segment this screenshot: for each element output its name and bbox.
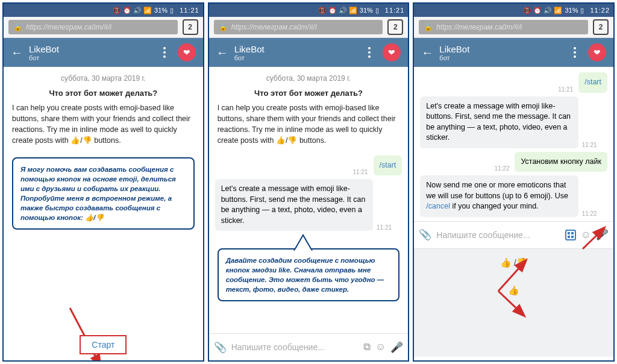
url-bar: 🔒 https://телеграм.сайт/#/i 2 xyxy=(209,17,409,38)
menu-icon[interactable] xyxy=(161,45,168,60)
chat-header: ← LikeBot бот ❤ xyxy=(4,38,203,67)
attach-icon[interactable]: 📎 xyxy=(214,341,227,354)
back-icon[interactable]: ← xyxy=(216,46,228,60)
emoji-option-2[interactable]: 👍 xyxy=(414,277,613,304)
battery-pct: 31% xyxy=(360,7,373,14)
chat-body: суббота, 30 марта 2019 г. Что этот бот м… xyxy=(209,67,409,333)
tab-count[interactable]: 2 xyxy=(593,19,609,35)
msg-time: 11:21 xyxy=(353,169,370,175)
lock-icon: 🔒 xyxy=(13,23,22,31)
msg-start[interactable]: /start xyxy=(578,72,607,93)
chat-name: LikeBot xyxy=(234,44,360,54)
status-bar: 📵 ⏰ 🔊 📶 31% ▯ 11:21 xyxy=(4,4,203,17)
status-icons: 📵 ⏰ 🔊 📶 xyxy=(523,7,562,14)
lock-icon: 🔒 xyxy=(424,23,433,31)
chat-body: 11:21 /start Let's create a message with… xyxy=(414,67,613,360)
msg-time: 11:22 xyxy=(582,210,599,217)
message-input[interactable]: Напишите сообщение... xyxy=(436,230,560,240)
battery-pct: 31% xyxy=(565,7,578,14)
tab-count[interactable]: 2 xyxy=(387,19,403,35)
expand-icon[interactable]: ⧉ xyxy=(363,341,371,353)
url-text: https://телеграм.сайт/#/i xyxy=(26,23,111,31)
back-icon[interactable]: ← xyxy=(11,46,23,60)
intro-text: I can help you create posts with emoji-b… xyxy=(4,102,203,154)
chat-header: ← LikeBot бот ❤ xyxy=(414,38,613,67)
chat-header: ← LikeBot бот ❤ xyxy=(209,38,409,67)
url-input[interactable]: 🔒 https://телеграм.сайт/#/i xyxy=(214,20,383,34)
reply-keyboard: 👍 /👎 👍 xyxy=(414,249,613,357)
msg-emoticons[interactable]: Now send me one or more emoticons that w… xyxy=(420,175,578,217)
battery-icon: ▯ xyxy=(170,7,174,14)
msg-user-text[interactable]: Установим кнопку лайк xyxy=(515,152,607,172)
emoji-option-1[interactable]: 👍 /👎 xyxy=(414,249,613,277)
menu-icon[interactable] xyxy=(366,45,373,60)
url-input[interactable]: 🔒 https://телеграм.сайт/#/i xyxy=(8,20,178,34)
heart-button[interactable]: ❤ xyxy=(178,43,196,61)
message-input-bar: 📎 Напишите сообщение... ☺ 🎤 xyxy=(414,221,613,249)
clock: 11:21 xyxy=(180,7,199,14)
date-separator: суббота, 30 марта 2019 г. xyxy=(209,71,409,86)
msg-create[interactable]: Let's create a message with emoji like-b… xyxy=(420,96,578,148)
keyboard-grid-icon[interactable] xyxy=(565,230,576,240)
translation-callout: Давайте создадим сообщение с помощью кно… xyxy=(218,248,400,301)
date-separator: суббота, 30 марта 2019 г. xyxy=(4,71,203,86)
phone-screen-3: 📵 ⏰ 🔊 📶 31% ▯ 11:22 🔒 https://телеграм.с… xyxy=(413,2,615,362)
heart-button[interactable]: ❤ xyxy=(383,43,401,61)
clock: 11:22 xyxy=(590,7,610,14)
status-bar: 📵 ⏰ 🔊 📶 31% ▯ 11:21 xyxy=(209,4,409,17)
chat-title-block[interactable]: LikeBot бот xyxy=(29,44,155,61)
start-button[interactable]: Старт xyxy=(80,335,127,354)
lock-icon: 🔒 xyxy=(219,23,228,31)
url-bar: 🔒 https://телеграм.сайт/#/i 2 xyxy=(414,17,613,38)
chat-name: LikeBot xyxy=(439,44,565,54)
mic-icon[interactable]: 🎤 xyxy=(390,341,403,354)
chat-title-block[interactable]: LikeBot бот xyxy=(439,44,565,61)
tab-count[interactable]: 2 xyxy=(183,19,198,35)
url-text: https://телеграм.сайт/#/i xyxy=(436,23,522,31)
callout-tail-icon xyxy=(291,234,315,251)
url-text: https://телеграм.сайт/#/i xyxy=(231,23,317,31)
menu-icon[interactable] xyxy=(571,45,578,60)
back-icon[interactable]: ← xyxy=(421,46,433,60)
chat-subtitle: бот xyxy=(234,54,360,61)
msg-create[interactable]: Let's create a message with emoji like-b… xyxy=(215,179,373,231)
heart-button[interactable]: ❤ xyxy=(588,43,606,61)
phone-screen-2: 📵 ⏰ 🔊 📶 31% ▯ 11:21 🔒 https://телеграм.с… xyxy=(208,2,410,362)
msg-user-text-row: 11:22 Установим кнопку лайк xyxy=(414,150,613,174)
battery-icon: ▯ xyxy=(375,7,379,14)
message-input[interactable]: Напишите сообщение... xyxy=(231,342,359,352)
msg-start[interactable]: /start xyxy=(374,155,402,176)
emoji-icon[interactable]: ☺ xyxy=(375,341,386,353)
mic-icon[interactable]: 🎤 xyxy=(596,228,609,241)
msg-time: 11:22 xyxy=(494,165,511,172)
chat-name: LikeBot xyxy=(29,44,155,54)
status-bar: 📵 ⏰ 🔊 📶 31% ▯ 11:22 xyxy=(414,4,613,17)
message-input-bar: 📎 Напишите сообщение... ⧉ ☺ 🎤 xyxy=(209,333,409,360)
msg-emoticons-row: Now send me one or more emoticons that w… xyxy=(414,174,613,219)
msg-create-row: Let's create a message with emoji like-b… xyxy=(414,95,613,150)
chat-subtitle: бот xyxy=(29,54,155,61)
attach-icon[interactable]: 📎 xyxy=(419,228,431,241)
intro-title: Что этот бот может делать? xyxy=(4,86,203,102)
status-icons: 📵 ⏰ 🔊 📶 xyxy=(113,7,152,14)
chat-title-block[interactable]: LikeBot бот xyxy=(234,44,360,61)
msg-start-row: 11:21 /start xyxy=(414,71,613,95)
msg-time: 11:21 xyxy=(558,86,575,93)
chat-subtitle: бот xyxy=(439,54,565,61)
chat-body: суббота, 30 марта 2019 г. Что этот бот м… xyxy=(4,67,203,360)
intro-title: Что этот бот может делать? xyxy=(209,86,409,102)
url-input[interactable]: 🔒 https://телеграм.сайт/#/i xyxy=(419,20,588,34)
clock: 11:21 xyxy=(385,7,405,14)
msg-start-row: 11:21 /start xyxy=(209,154,409,178)
url-bar: 🔒 https://телеграм.сайт/#/i 2 xyxy=(4,17,203,38)
status-icons: 📵 ⏰ 🔊 📶 xyxy=(318,7,357,14)
battery-icon: ▯ xyxy=(580,7,584,14)
phone-screen-1: 📵 ⏰ 🔊 📶 31% ▯ 11:21 🔒 https://телеграм.с… xyxy=(2,2,204,362)
msg-create-row: Let's create a message with emoji like-b… xyxy=(209,177,409,233)
msg-time: 11:21 xyxy=(582,142,599,148)
msg-time: 11:21 xyxy=(377,224,393,231)
emoji-icon[interactable]: ☺ xyxy=(581,229,591,241)
intro-text: I can help you create posts with emoji-b… xyxy=(209,102,409,154)
translation-callout: Я могу помочь вам создавать сообщения с … xyxy=(12,157,195,230)
battery-pct: 31% xyxy=(154,7,168,14)
